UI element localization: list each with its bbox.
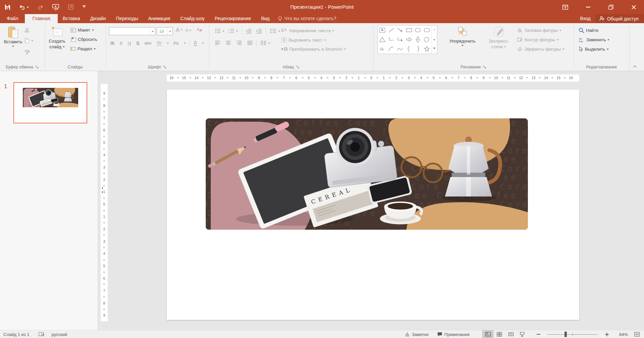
shape-elbow-connector[interactable] <box>387 35 396 44</box>
shape-star[interactable] <box>423 44 432 54</box>
shape-left-brace[interactable] <box>405 44 414 54</box>
spellcheck-icon[interactable] <box>38 332 44 337</box>
ruler-tick <box>352 77 353 78</box>
shapes-scroll-down-icon[interactable] <box>432 35 437 44</box>
shape-curve[interactable] <box>396 44 405 54</box>
shape-textbox[interactable] <box>378 25 387 35</box>
tell-me-box[interactable]: Что вы хотите сделать? <box>275 14 340 23</box>
ruler-tick <box>564 77 565 78</box>
zoom-slider[interactable] <box>547 330 598 338</box>
tab-design[interactable]: Дизайн <box>85 14 111 23</box>
shape-right-brace[interactable] <box>413 44 423 54</box>
arrange-button[interactable]: Упорядочить <box>442 26 483 47</box>
vertical-ruler[interactable]: 9876543210123456789 <box>101 84 108 321</box>
ruler-number: 6 <box>103 276 105 280</box>
shape-oval[interactable] <box>413 25 423 35</box>
svg-text:ac: ac <box>580 40 583 43</box>
drawing-dialog-launcher-icon[interactable] <box>483 65 487 69</box>
normal-view-button[interactable] <box>482 330 494 338</box>
font-dialog-launcher-icon[interactable] <box>163 65 167 69</box>
shape-fill-icon <box>517 27 523 33</box>
shapes-more-icon[interactable] <box>432 44 437 54</box>
ruler-number: 4 <box>103 251 105 256</box>
tab-insert[interactable]: Вставка <box>58 14 85 23</box>
share-button[interactable]: Общий доступ <box>595 14 644 23</box>
ruler-number: 2 <box>103 227 105 231</box>
ruler-tick <box>104 234 104 236</box>
font-size-combo[interactable]: 18 <box>157 27 173 35</box>
new-slide-button[interactable]: Создать слайд <box>47 26 67 49</box>
ruler-tick <box>414 77 416 78</box>
font-color-caret-icon <box>202 43 204 45</box>
section-button[interactable]: Раздел <box>70 46 96 51</box>
ribbon-display-options-icon[interactable] <box>557 0 573 14</box>
columns-caret-icon <box>268 43 270 45</box>
group-label-drawing: Рисование <box>373 64 574 70</box>
slide-thumbnail[interactable] <box>13 82 87 123</box>
format-painter-icon <box>24 49 30 55</box>
shape-triangle[interactable] <box>378 35 387 44</box>
replace-button[interactable]: abac Заменить <box>579 37 609 43</box>
text-direction-caret-icon <box>332 30 334 33</box>
sign-in-button[interactable]: Вход <box>575 14 595 23</box>
shape-elbow-arrow-connector[interactable] <box>396 35 405 44</box>
restore-button[interactable] <box>603 0 618 14</box>
ruler-tick <box>252 77 253 78</box>
paragraph-dialog-launcher-icon[interactable] <box>296 65 300 69</box>
collapse-ribbon-icon[interactable] <box>633 65 637 68</box>
tab-review[interactable]: Рецензирование <box>210 14 256 23</box>
zoom-slider-thumb[interactable] <box>564 332 567 337</box>
language-indicator[interactable]: русский <box>52 332 67 337</box>
tab-transitions[interactable]: Переходы <box>111 14 143 23</box>
horizontal-ruler[interactable]: 1615141312111098765432101234567891011121… <box>167 74 579 81</box>
shape-rectangle[interactable] <box>405 25 414 35</box>
slide-canvas[interactable] <box>167 90 579 320</box>
shape-arrow[interactable] <box>396 25 405 35</box>
shape-down-arrow[interactable] <box>413 35 423 44</box>
shapes-scroll-up-icon[interactable] <box>432 25 437 35</box>
shape-fill-button: Заливка фигуры <box>517 27 561 33</box>
ruler-number: 7 <box>283 76 285 80</box>
shape-rounded-rectangle[interactable] <box>423 25 432 35</box>
shape-scribble[interactable] <box>378 44 387 54</box>
comments-button[interactable]: Примечания <box>437 332 469 337</box>
minimize-button[interactable] <box>580 0 596 14</box>
clipboard-dialog-launcher-icon[interactable] <box>35 65 39 69</box>
font-name-caret-icon[interactable] <box>150 27 155 35</box>
ruler-number: 16 <box>169 76 174 80</box>
tab-view[interactable]: Вид <box>256 14 275 23</box>
reading-view-button[interactable] <box>505 330 516 338</box>
slide-picture[interactable] <box>206 118 528 230</box>
replace-caret-icon <box>607 39 609 42</box>
shape-freeform-blob[interactable] <box>423 35 432 44</box>
tab-animations[interactable]: Анимация <box>143 14 176 23</box>
shape-arc[interactable] <box>387 44 396 54</box>
shape-right-arrow[interactable] <box>405 35 414 44</box>
slide-counter[interactable]: Слайд 1 из 1 <box>3 332 30 337</box>
find-button[interactable]: Найти <box>579 27 598 33</box>
zoom-in-button[interactable] <box>601 330 612 338</box>
fit-to-window-button[interactable] <box>631 330 643 338</box>
ruler-tick <box>104 271 104 273</box>
layout-button[interactable]: Макет <box>70 27 94 33</box>
slideshow-view-button[interactable] <box>516 330 528 338</box>
shape-line[interactable] <box>387 25 396 35</box>
clear-formatting-button: A <box>196 26 202 33</box>
ruler-tick <box>104 148 104 150</box>
font-name-combo[interactable] <box>109 27 155 35</box>
tab-slideshow[interactable]: Слайд-шоу <box>175 14 210 23</box>
zoom-level[interactable]: 64% <box>612 332 628 337</box>
reset-button[interactable]: Сбросить <box>70 37 97 42</box>
tab-file[interactable]: Файл <box>0 14 25 23</box>
tab-home[interactable]: Главная <box>25 14 57 23</box>
paste-button[interactable]: Вставить <box>3 26 23 47</box>
close-button[interactable] <box>626 0 641 14</box>
notes-button[interactable]: Заметки <box>405 332 429 337</box>
select-button[interactable]: Выделить <box>579 46 609 52</box>
decrease-font-button: A <box>185 28 191 33</box>
text-direction-button: A Направление текста <box>281 28 334 33</box>
zoom-out-button[interactable] <box>533 330 544 338</box>
group-label-editing: Редактирование <box>574 64 629 70</box>
font-size-caret-icon[interactable] <box>167 27 172 35</box>
slide-sorter-view-button[interactable] <box>494 330 505 338</box>
